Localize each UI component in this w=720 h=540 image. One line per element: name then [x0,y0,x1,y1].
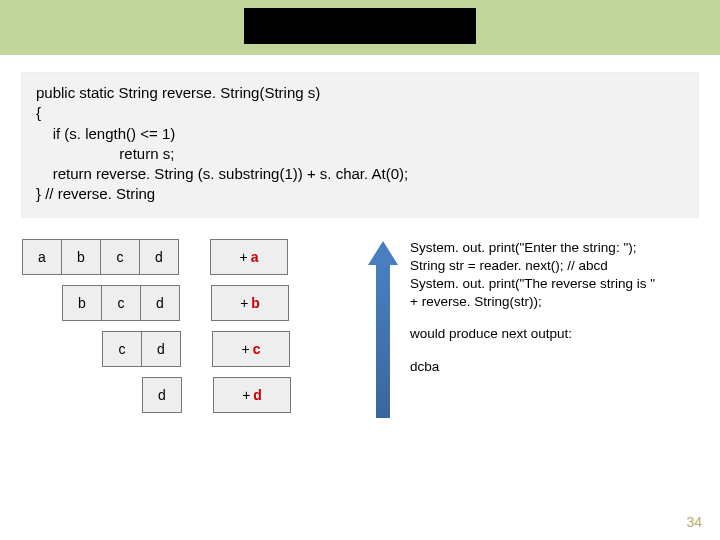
plus-prefix: + [242,341,250,357]
output-caption: would produce next output: [410,325,698,343]
output-result: dcba [410,358,698,376]
grid-cell: a [22,239,62,275]
code-line: if (s. length() <= 1) [36,124,684,144]
code-line: System. out. print("The reverse string i… [410,275,698,293]
grid-cell: d [142,377,182,413]
code-line: + reverse. String(str)); [410,293,698,311]
plus-prefix: + [242,387,250,403]
code-line: public static String reverse. String(Str… [36,83,684,103]
grid-cell: d [141,331,181,367]
code-line: } // reverse. String [36,184,684,204]
plus-cell: + d [213,377,291,413]
code-line: System. out. print("Enter the string: ")… [410,239,698,257]
plus-cell: + b [211,285,289,321]
code-block: public static String reverse. String(Str… [22,73,698,217]
plus-prefix: + [240,249,248,265]
grid-cell: d [140,285,180,321]
plus-cell: + a [210,239,288,275]
page-number: 34 [686,514,702,530]
grid-spacer [22,285,62,321]
grid-cell: b [61,239,101,275]
grid-spacer [22,331,62,367]
plus-letter: c [253,341,261,357]
grid-cell: d [139,239,179,275]
grid-cell: c [101,285,141,321]
title-bar: Reverse a string [0,0,720,55]
grid-row: d + d [22,377,362,413]
code-line: return reverse. String (s. substring(1))… [36,164,684,184]
code-line: String str = reader. next(); // abcd [410,257,698,275]
grid-row: b c d + b [22,285,362,321]
page-title: Reverse a string [244,8,477,44]
recursion-grid: a b c d + a b c d + b [22,239,362,413]
grid-cell: c [102,331,142,367]
code-line: { [36,103,684,123]
grid-spacer [62,377,102,413]
plus-prefix: + [240,295,248,311]
grid-spacer [102,377,142,413]
output-block: System. out. print("Enter the string: ")… [404,239,698,423]
grid-row: a b c d + a [22,239,362,275]
grid-row: c d + c [22,331,362,367]
plus-letter: d [253,387,262,403]
code-line: return s; [36,144,684,164]
plus-letter: a [251,249,259,265]
grid-spacer [62,331,102,367]
plus-letter: b [251,295,260,311]
up-arrow-icon [368,241,398,416]
grid-cell: b [62,285,102,321]
grid-spacer [22,377,62,413]
grid-cell: c [100,239,140,275]
plus-cell: + c [212,331,290,367]
